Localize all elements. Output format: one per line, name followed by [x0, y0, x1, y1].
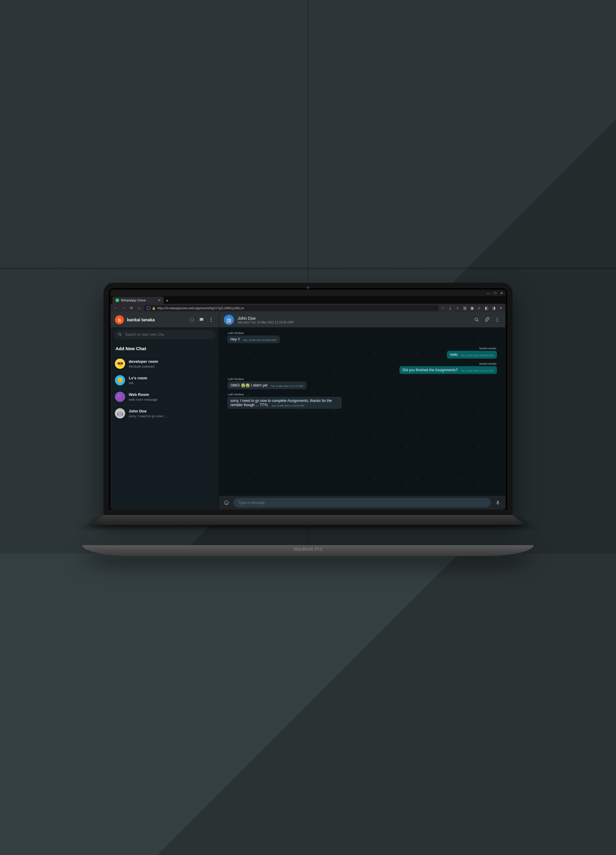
message-timestamp: Tue, 23 Mar 2021 11:17:17 GMT	[271, 385, 303, 388]
new-tab-button[interactable]: +	[164, 297, 171, 304]
browser-navbar: ← → ⟳ ⌂ 🔒 https://lv-watsappclone.web.ap…	[111, 304, 505, 312]
chat-row-john-doe[interactable]: 🤖 John Doe sorry, I need to go now t ...	[111, 405, 219, 421]
hamburger-menu-icon[interactable]: ≡	[499, 306, 503, 310]
nav-forward-icon[interactable]: →	[121, 305, 126, 311]
svg-point-2	[211, 320, 212, 320]
chat-row-developer-room[interactable]: 😎 developer room #include iostream	[111, 355, 219, 372]
chat-avatar: 🤖	[115, 408, 125, 418]
window-maximize[interactable]: ☐	[493, 291, 496, 295]
laptop-lid: — ☐ ✕ WhatsApp Clone ✕ + ← → ⟳ ⌂ 🔒	[103, 283, 513, 515]
contact-avatar[interactable]: 🤖	[224, 315, 234, 325]
search-wrap	[111, 327, 219, 342]
tab-close-icon[interactable]: ✕	[158, 299, 161, 302]
chat-avatar: 😎	[115, 359, 125, 369]
message-timestamp: Tue, 23 Mar 2021 10:32:50 GMT	[461, 354, 494, 357]
chat-row-lvs-room[interactable]: 😊 Lv's room Hiii	[111, 372, 219, 388]
chat-avatar: 😊	[115, 375, 125, 385]
message-text: hello	[450, 352, 458, 357]
message-list[interactable]: Lalit Vavdara Hey !! Mon, 15 Mar 2021 15…	[219, 327, 505, 496]
message-text: Did you finished the Assignments?	[403, 368, 458, 372]
message-sender: bankai tanaka	[228, 347, 496, 350]
message-timestamp: Mon, 15 Mar 2021 15:30:29 GMT	[243, 339, 277, 342]
svg-point-0	[190, 318, 194, 322]
contact-last-seen: last seen Tue, 23 Mar 2021 11:18:35 GMT	[238, 321, 294, 324]
nav-home-icon[interactable]: ⌂	[136, 305, 142, 311]
svg-line-7	[477, 320, 478, 322]
message-group: bankai tanaka Did you finished the Assig…	[227, 362, 497, 374]
mic-icon[interactable]	[495, 500, 501, 506]
tab-title: WhatsApp Clone	[121, 299, 146, 302]
library-icon[interactable]: ▥	[463, 306, 467, 310]
chat-preview: Hiii	[129, 381, 147, 385]
message-input[interactable]	[233, 498, 491, 507]
message-text: OMG! 😭😭 I didn't yet	[230, 383, 267, 388]
window-close[interactable]: ✕	[500, 291, 503, 295]
emoji-icon[interactable]	[223, 500, 230, 506]
message-text: Hey !!	[230, 337, 240, 342]
message-bubble-in: OMG! 😭😭 I didn't yet Tue, 23 Mar 2021 11…	[227, 382, 306, 389]
svg-point-3	[211, 321, 212, 322]
extension2-icon[interactable]: ◨	[492, 306, 496, 310]
download-icon[interactable]: ⭳	[448, 306, 452, 310]
svg-rect-14	[497, 501, 499, 503]
message-group: Lalit Vavdara Hey !! Mon, 15 Mar 2021 15…	[227, 331, 497, 343]
browser-tabstrip: WhatsApp Clone ✕ +	[111, 296, 505, 304]
attach-icon[interactable]	[484, 317, 490, 323]
user-avatar[interactable]: b	[115, 315, 124, 324]
browser-tab[interactable]: WhatsApp Clone ✕	[112, 297, 164, 304]
search-box[interactable]	[114, 330, 216, 339]
account-icon[interactable]: ☺	[477, 306, 481, 310]
extension1-icon[interactable]: ◧	[484, 306, 489, 310]
shield-icon	[147, 306, 150, 310]
search-input[interactable]	[125, 332, 211, 337]
chat-menu-icon[interactable]	[494, 317, 501, 323]
svg-point-6	[475, 318, 478, 321]
sidebar-header: b bankai tanaka	[111, 312, 219, 327]
nav-reload-icon[interactable]: ⟳	[129, 305, 134, 311]
nav-back-icon[interactable]: ←	[113, 305, 118, 311]
sidebar: b bankai tanaka	[111, 312, 219, 510]
chat-header: 🤖 John Doe last seen Tue, 23 Mar 2021 11…	[219, 312, 505, 327]
screenshot-icon[interactable]: ▣	[470, 306, 474, 310]
svg-point-9	[497, 320, 498, 320]
message-sender: bankai tanaka	[228, 362, 496, 365]
chat-panel: 🤖 John Doe last seen Tue, 23 Mar 2021 11…	[219, 312, 505, 510]
camera-dot	[307, 287, 309, 289]
status-ring-icon[interactable]	[188, 317, 195, 323]
message-timestamp: Tue, 23 Mar 2021 11:16:12 GMT	[461, 369, 494, 372]
chat-list[interactable]: 😎 developer room #include iostream 😊 Lv'…	[111, 355, 219, 510]
url-text: https://lv-watsappclone.web.app/rooms/hg…	[157, 306, 244, 310]
svg-line-5	[121, 335, 121, 336]
svg-point-13	[227, 502, 228, 503]
svg-point-1	[211, 318, 212, 319]
star-icon[interactable]: ☆	[455, 306, 460, 310]
sidebar-menu-icon[interactable]	[208, 317, 215, 323]
svg-point-4	[118, 333, 121, 335]
message-sender: Lalit Vavdara	[228, 378, 497, 381]
chat-preview: sorry, I need to go now t ...	[129, 414, 167, 418]
message-group: Lalit Vavdara sorry, I need to go now to…	[227, 393, 497, 409]
url-bar[interactable]: 🔒 https://lv-watsappclone.web.app/rooms/…	[144, 305, 438, 311]
laptop-screen: — ☐ ✕ WhatsApp Clone ✕ + ← → ⟳ ⌂ 🔒	[111, 290, 505, 510]
window-minimize[interactable]: —	[487, 291, 490, 295]
message-group: Lalit Vavdara OMG! 😭😭 I didn't yet Tue, …	[227, 378, 497, 389]
svg-point-10	[497, 321, 498, 322]
chat-preview: #include iostream	[129, 365, 158, 368]
new-chat-icon[interactable]	[198, 317, 205, 323]
background-floor	[0, 553, 616, 855]
more-dots-icon[interactable]: ⋯	[441, 306, 445, 310]
chat-name: John Doe	[129, 409, 167, 413]
svg-point-11	[224, 501, 228, 505]
laptop-base: MacBook Pro	[83, 545, 533, 556]
laptop-label: MacBook Pro	[294, 546, 322, 552]
chat-search-icon[interactable]	[473, 317, 480, 323]
message-bubble-in: Hey !! Mon, 15 Mar 2021 15:30:29 GMT	[227, 336, 280, 343]
search-icon	[118, 332, 122, 337]
message-group: bankai tanaka hello Tue, 23 Mar 2021 10:…	[227, 347, 497, 359]
message-bubble-out: Did you finished the Assignments? Tue, 2…	[400, 366, 497, 374]
chat-name: Lv's room	[129, 376, 147, 380]
message-sender: Lalit Vavdara	[228, 393, 497, 396]
favicon-icon	[115, 299, 119, 302]
chat-row-web-room[interactable]: 🟣 Web Room web room message	[111, 388, 219, 405]
chat-name: Web Room	[129, 392, 158, 397]
